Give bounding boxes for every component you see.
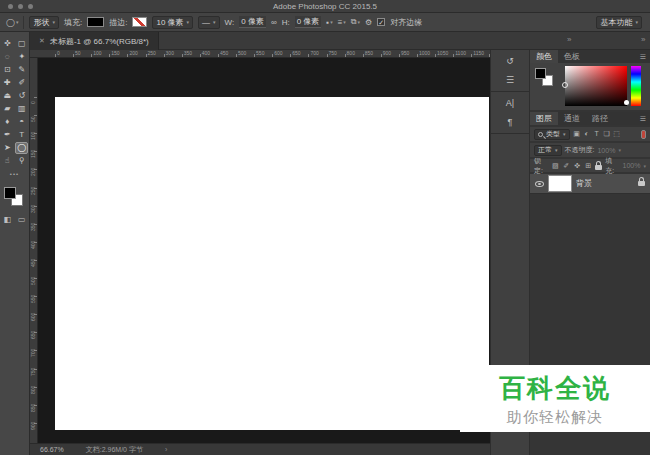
layer-visibility-eye-icon[interactable] bbox=[535, 181, 544, 187]
path-arrangement-button[interactable]: ⧉ ▾ bbox=[351, 17, 360, 27]
eraser-tool[interactable]: ▰ bbox=[1, 103, 14, 115]
tools-panel: ✜▢◌✦⊡✎✚✐⏏↺▰▥♦◓✒T➤◯☝⚲••• ◧▭ bbox=[0, 32, 30, 455]
type-tool[interactable]: T bbox=[15, 129, 28, 141]
clone-stamp-tool[interactable]: ⏏ bbox=[1, 90, 14, 102]
properties-panel-icon[interactable]: ☰ bbox=[506, 75, 514, 85]
tool-preset-dropdown[interactable]: ◯ ▾ bbox=[6, 18, 18, 27]
watermark-title: 百科全说 bbox=[460, 371, 650, 406]
panel-color-swatch-widget[interactable] bbox=[535, 68, 556, 89]
blur-tool[interactable]: ♦ bbox=[1, 116, 14, 128]
titlebar: Adobe Photoshop CC 2015.5 bbox=[0, 0, 650, 13]
quick-selection-tool[interactable]: ✦ bbox=[15, 51, 28, 63]
blend-mode-select[interactable]: 正常 ▾ bbox=[534, 145, 562, 156]
collapse-dock-chevron-icon[interactable]: » bbox=[567, 35, 571, 44]
tab-图层[interactable]: 图层 bbox=[530, 112, 558, 125]
healing-brush-tool[interactable]: ✚ bbox=[1, 77, 14, 89]
paragraph-panel-icon[interactable]: ¶ bbox=[508, 117, 513, 127]
document-canvas[interactable] bbox=[55, 97, 489, 430]
watermark-subtitle: 助你轻松解决 bbox=[460, 408, 650, 427]
pen-tool[interactable]: ✒ bbox=[1, 129, 14, 141]
lock-label: 锁定: bbox=[534, 156, 548, 176]
saturation-brightness-picker[interactable] bbox=[565, 66, 627, 106]
caret-down-icon: ▾ bbox=[330, 19, 333, 25]
path-alignment-button[interactable]: ≡ ▾ bbox=[338, 18, 346, 27]
lasso-tool[interactable]: ◌ bbox=[1, 51, 14, 63]
history-panel-icon[interactable]: ↺ bbox=[506, 56, 514, 66]
opacity-value[interactable]: 100% bbox=[597, 147, 615, 154]
document-tab-title: 未标题-1 @ 66.7%(RGB/8*) bbox=[50, 36, 149, 47]
watermark-badge: 百科全说 助你轻松解决 bbox=[460, 365, 650, 432]
filter-shape-layers-icon[interactable]: ❏ bbox=[603, 130, 611, 138]
layer-filter-icons: ▣◐T❏⬚ bbox=[573, 130, 621, 138]
character-panel-icon[interactable]: A| bbox=[506, 98, 514, 108]
height-label: H: bbox=[282, 18, 290, 27]
marquee-tool[interactable]: ▢ bbox=[15, 38, 28, 50]
zoom-level-field[interactable]: 66.67% bbox=[40, 446, 64, 453]
panel-menu-icon[interactable]: ☰ bbox=[640, 112, 650, 125]
document-tab[interactable]: ✕ 未标题-1 @ 66.7%(RGB/8*) bbox=[30, 32, 159, 50]
move-tool[interactable]: ✜ bbox=[1, 38, 14, 50]
gradient-tool[interactable]: ▥ bbox=[15, 103, 28, 115]
collapse-panels-chevron-icon[interactable]: » bbox=[641, 35, 645, 44]
ellipse-tool[interactable]: ◯ bbox=[15, 142, 28, 154]
foreground-color-swatch[interactable] bbox=[4, 187, 16, 199]
crop-tool[interactable]: ⊡ bbox=[1, 64, 14, 76]
tool-mode-select[interactable]: 形状 ▾ bbox=[29, 16, 59, 29]
caret-down-icon: ▾ bbox=[555, 147, 558, 153]
filter-type-layers-icon[interactable]: T bbox=[593, 130, 601, 138]
close-tab-icon[interactable]: ✕ bbox=[39, 37, 45, 45]
tab-色板[interactable]: 色板 bbox=[558, 50, 586, 63]
shape-settings-button[interactable]: ⚙ bbox=[365, 18, 372, 27]
align-edges-checkbox[interactable]: ✓ bbox=[377, 18, 385, 26]
panel-menu-icon[interactable]: ☰ bbox=[640, 50, 650, 63]
layer-thumbnail[interactable] bbox=[549, 176, 571, 191]
lock-all-icon[interactable] bbox=[595, 165, 602, 170]
stroke-type-select[interactable]: — ▾ bbox=[198, 16, 220, 29]
canvas-pasteboard[interactable] bbox=[38, 58, 490, 443]
tab-通道[interactable]: 通道 bbox=[558, 112, 586, 125]
edit-toolbar-button[interactable]: ••• bbox=[0, 168, 29, 180]
fill-opacity-value[interactable]: 100% bbox=[623, 162, 641, 169]
layer-row[interactable]: 背景 bbox=[530, 174, 650, 194]
history-brush-tool[interactable]: ↺ bbox=[15, 90, 28, 102]
workspace-select[interactable]: 基本功能 ▾ bbox=[596, 16, 642, 29]
color-panel-body bbox=[530, 63, 650, 110]
dodge-tool[interactable]: ◓ bbox=[15, 116, 28, 128]
caret-down-icon: ▾ bbox=[618, 147, 621, 153]
layer-filter-row: 类型 ▾ ▣◐T❏⬚ bbox=[530, 127, 650, 141]
path-selection-tool[interactable]: ➤ bbox=[1, 142, 14, 154]
hue-slider-marker[interactable] bbox=[624, 100, 629, 105]
brush-tool[interactable]: ✐ bbox=[15, 77, 28, 89]
color-picker-cursor[interactable] bbox=[562, 82, 568, 88]
screen-mode-button[interactable]: ▭ bbox=[18, 215, 26, 224]
filter-adjustment-layers-icon[interactable]: ◐ bbox=[583, 130, 591, 138]
quick-mask-button[interactable]: ◧ bbox=[3, 215, 11, 224]
lock-transparency-icon[interactable]: ▨ bbox=[551, 162, 559, 170]
hand-tool[interactable]: ☝ bbox=[1, 155, 14, 167]
lock-paint-icon[interactable]: ✐ bbox=[562, 162, 570, 170]
shape-height-field[interactable]: 0 像素 bbox=[295, 16, 322, 28]
lock-position-icon[interactable]: ✜ bbox=[573, 162, 581, 170]
hue-slider[interactable] bbox=[631, 66, 641, 106]
shape-width-field[interactable]: 0 像素 bbox=[239, 16, 266, 28]
path-operations-button[interactable]: ▪ ▾ bbox=[326, 18, 332, 27]
stroke-color-swatch[interactable] bbox=[132, 17, 147, 27]
foreground-color-swatch[interactable] bbox=[535, 68, 546, 79]
eyedropper-tool[interactable]: ✎ bbox=[15, 64, 28, 76]
layer-filter-select[interactable]: 类型 ▾ bbox=[534, 129, 570, 140]
caret-down-icon: ▾ bbox=[187, 19, 190, 25]
filter-pixel-layers-icon[interactable]: ▣ bbox=[573, 130, 581, 138]
zoom-tool[interactable]: ⚲ bbox=[15, 155, 28, 167]
stroke-width-select[interactable]: 10 像素 ▾ bbox=[152, 16, 193, 29]
color-swatch-widget[interactable] bbox=[4, 187, 25, 208]
tab-路径[interactable]: 路径 bbox=[586, 112, 614, 125]
status-options-chevron-icon[interactable]: › bbox=[165, 446, 167, 453]
fill-color-swatch[interactable] bbox=[87, 17, 104, 27]
lock-artboard-icon[interactable]: ⊞ bbox=[584, 162, 592, 170]
tab-颜色[interactable]: 颜色 bbox=[530, 50, 558, 63]
layer-filter-toggle[interactable] bbox=[641, 130, 646, 139]
photoshop-window: Adobe Photoshop CC 2015.5 ◯ ▾ 形状 ▾ 填充: 描… bbox=[0, 0, 650, 455]
link-dimensions-icon[interactable]: ∞ bbox=[271, 18, 277, 27]
caret-down-icon: ▾ bbox=[635, 19, 638, 25]
filter-smart-objects-icon[interactable]: ⬚ bbox=[613, 130, 621, 138]
